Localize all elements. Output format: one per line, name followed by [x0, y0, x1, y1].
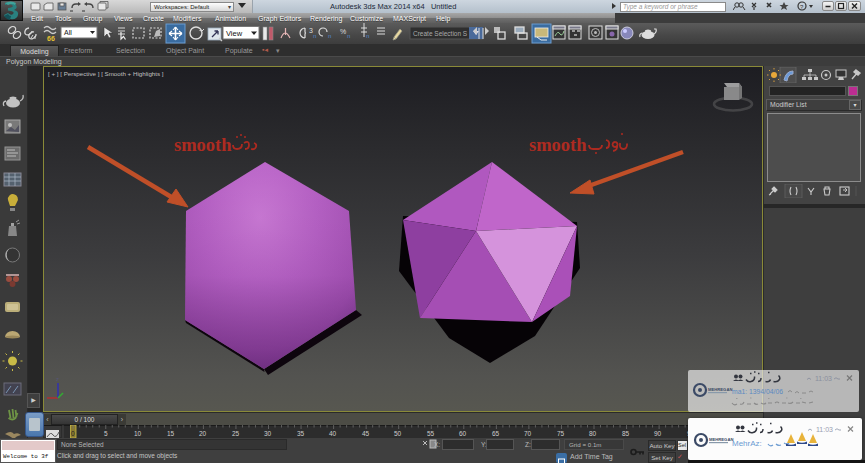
svg-text:0: 0: [71, 430, 75, 437]
svg-text:55: 55: [427, 430, 435, 437]
svg-text:MEHREGAN: MEHREGAN: [708, 387, 732, 392]
svg-text:n: n: [366, 33, 369, 39]
svg-text:%: %: [340, 28, 346, 35]
svg-text:40: 40: [329, 430, 337, 437]
svg-text:n: n: [328, 33, 331, 39]
svg-text:70: 70: [524, 430, 532, 437]
svg-text:20: 20: [199, 430, 207, 437]
svg-text:45: 45: [362, 430, 370, 437]
svg-text:85: 85: [622, 430, 630, 437]
svg-text:60: 60: [459, 430, 467, 437]
svg-text:?: ?: [800, 4, 804, 10]
svg-text:11:03: 11:03: [816, 426, 833, 433]
svg-text:smooth: smooth: [174, 135, 232, 155]
svg-text:80: 80: [589, 430, 597, 437]
svg-text:MEHREGAN: MEHREGAN: [709, 437, 733, 442]
svg-text:11:03: 11:03: [815, 375, 832, 382]
svg-text:ma1: 1394/04/06: ma1: 1394/04/06: [732, 388, 783, 395]
svg-text:n: n: [347, 33, 350, 39]
svg-text:65: 65: [492, 430, 500, 437]
svg-text:30: 30: [264, 430, 272, 437]
svg-text:All: All: [64, 29, 72, 36]
svg-text:5: 5: [104, 430, 108, 437]
svg-text:n: n: [313, 33, 316, 39]
svg-text:90: 90: [654, 430, 662, 437]
svg-text:MehrAz:: MehrAz:: [732, 439, 762, 448]
svg-text:z: z: [56, 376, 59, 382]
svg-text:smooth: smooth: [529, 135, 587, 155]
svg-text:35: 35: [297, 430, 305, 437]
svg-text:25: 25: [232, 430, 240, 437]
svg-text:50: 50: [394, 430, 402, 437]
svg-text:Create Selection S: Create Selection S: [413, 30, 468, 37]
svg-text:View: View: [226, 29, 243, 38]
svg-text:15: 15: [167, 430, 175, 437]
svg-text:66: 66: [47, 35, 55, 42]
svg-text:10: 10: [134, 430, 142, 437]
svg-text:75: 75: [557, 430, 565, 437]
